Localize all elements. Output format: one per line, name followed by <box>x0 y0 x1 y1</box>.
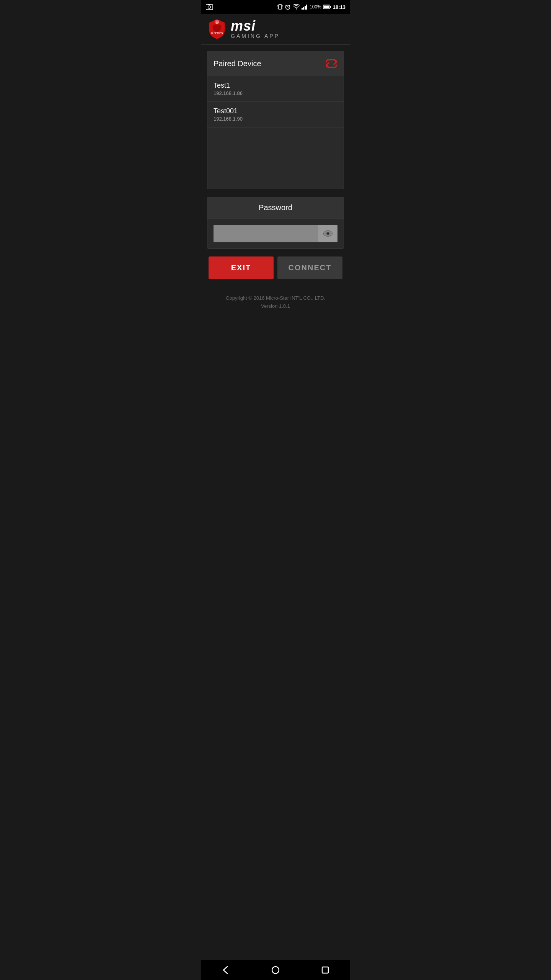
device-name-1: Test001 <box>214 107 337 115</box>
wifi-icon <box>293 4 300 10</box>
version-text: Version 1.0.1 <box>213 302 338 310</box>
svg-line-14 <box>289 5 290 6</box>
svg-rect-18 <box>306 5 307 10</box>
svg-rect-16 <box>303 7 304 10</box>
device-ip-1: 192.168.1.90 <box>214 116 337 122</box>
password-input-area <box>207 219 344 248</box>
device-item-1[interactable]: Test001 192.168.1.90 <box>207 102 344 127</box>
status-right: 100% 18:13 <box>277 4 346 10</box>
exit-button[interactable]: EXIT <box>209 256 274 279</box>
svg-rect-3 <box>279 5 282 9</box>
password-header: Password <box>207 197 344 219</box>
status-time: 18:13 <box>333 4 346 10</box>
battery-icon <box>323 5 331 9</box>
gaming-app-text: GAMING APP <box>231 33 280 39</box>
copyright-text: Copyright © 2016 Micro-Star INT'L CO., L… <box>213 294 338 302</box>
action-buttons: EXIT CONNECT <box>207 256 344 279</box>
svg-rect-15 <box>302 8 303 10</box>
msi-logo-shield: G SERIES G <box>207 18 227 40</box>
refresh-button[interactable] <box>325 57 337 70</box>
alarm-icon <box>285 4 291 10</box>
device-name-0: Test1 <box>214 82 337 90</box>
paired-device-panel: Paired Device Test1 192.168.1.86 Test001… <box>207 51 344 189</box>
nav-home-button[interactable] <box>266 964 285 976</box>
nav-recents-button[interactable] <box>316 964 335 976</box>
footer: Copyright © 2016 Micro-Star INT'L CO., L… <box>207 287 344 317</box>
password-panel: Password <box>207 197 344 249</box>
device-list: Test1 192.168.1.86 Test001 192.168.1.90 <box>207 76 344 189</box>
svg-point-1 <box>208 6 211 8</box>
svg-point-30 <box>272 967 279 973</box>
paired-device-header: Paired Device <box>207 51 344 76</box>
vibrate-icon <box>277 4 283 10</box>
app-title-block: msi GAMING APP <box>231 19 280 39</box>
svg-text:G: G <box>216 21 218 23</box>
app-header: G SERIES G msi GAMING APP <box>201 14 350 45</box>
device-list-empty-space <box>207 127 344 189</box>
svg-rect-2 <box>208 4 210 5</box>
svg-rect-31 <box>322 967 328 973</box>
status-bar: 100% 18:13 <box>201 0 350 14</box>
msi-brand-text: msi <box>231 19 280 33</box>
nav-back-button[interactable] <box>216 964 235 976</box>
svg-rect-17 <box>305 6 306 10</box>
status-left <box>205 3 213 11</box>
main-content: Paired Device Test1 192.168.1.86 Test001… <box>201 45 350 960</box>
device-item-0[interactable]: Test1 192.168.1.86 <box>207 76 344 102</box>
svg-point-29 <box>327 233 328 234</box>
svg-line-13 <box>285 5 286 6</box>
svg-rect-20 <box>324 6 329 8</box>
signal-icon <box>302 4 308 10</box>
connect-button[interactable]: CONNECT <box>277 256 342 279</box>
password-field-wrapper <box>214 225 337 242</box>
nav-bar <box>201 960 350 980</box>
paired-device-title: Paired Device <box>214 59 261 68</box>
photo-icon <box>205 3 213 11</box>
svg-text:G SERIES: G SERIES <box>211 32 223 34</box>
battery-percent: 100% <box>310 4 321 10</box>
svg-rect-21 <box>330 6 331 8</box>
svg-rect-0 <box>206 5 213 10</box>
device-ip-0: 192.168.1.86 <box>214 90 337 96</box>
password-title: Password <box>259 203 292 212</box>
toggle-password-visibility-button[interactable] <box>318 225 337 242</box>
